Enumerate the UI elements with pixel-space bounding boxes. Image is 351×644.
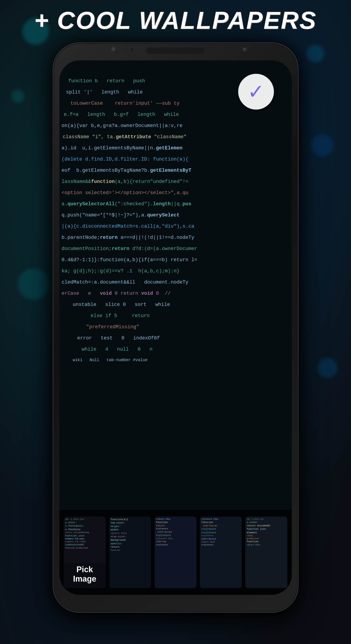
checkmark-circle: ✓ <box>238 74 274 110</box>
code-line: "preferredMissing" <box>86 324 139 330</box>
thumb-code-3: <return this function return try{return … <box>155 516 196 588</box>
camera-dot-2 <box>124 48 127 51</box>
code-line: 0.4&d?-1:1)}:function(a,b){if(a===b) ret… <box>62 257 197 263</box>
bokeh-dot <box>11 90 24 103</box>
thumbnail-4[interactable]: ry{return this function .isArray(a) try{… <box>200 516 242 588</box>
thumbnail-3[interactable]: <return this function return try{return … <box>155 516 196 588</box>
code-line: cledMatch=:a.document&&ll document.nodeT… <box>62 280 189 285</box>
pick-image-label: PickImage <box>64 562 106 588</box>
code-line: e.f=a length b.g=f length while <box>64 112 179 118</box>
code-line: else if 5 return <box>91 313 150 319</box>
bokeh-dot <box>318 358 338 378</box>
page-title: + COOL WALLPAPERS <box>0 7 351 34</box>
code-line: error test 0 indexOf0f <box>77 336 160 341</box>
code-line: toLowerCase return'input' ——sub ty <box>71 100 180 106</box>
code-line: split '|' length while <box>66 90 143 95</box>
code-line: (delete d.find.ID,d.filter.ID: function(… <box>62 156 189 162</box>
camera-dot-3 <box>131 48 133 51</box>
thumbnail-1[interactable]: var i,this.css s.color: s.fontFamily: s.… <box>64 516 106 588</box>
bokeh-dot <box>306 45 324 62</box>
thumbnails-strip: var i,this.css s.color: s.fontFamily: s.… <box>59 510 292 595</box>
phone-screen: function b return push split '|' length … <box>59 60 292 595</box>
code-line: b.parentNode;return a===d||!(!d||1!==d.n… <box>62 235 194 240</box>
bokeh-dot <box>18 268 49 300</box>
code-line: ka; g(d};h);:g(d)==v? .1 h(a,b,c);m):n} <box>62 268 180 274</box>
code-line: <option selected='></option></select>",a… <box>62 190 189 196</box>
thumb-code-4: ry{return this function .isArray(a) try{… <box>200 516 242 588</box>
thumbnail-5[interactable]: var i,this.css s.color: return encodeURI… <box>245 516 287 588</box>
code-line: documentPosition;return d?d:(d=(a.ownerD… <box>62 246 197 252</box>
code-line: lassName&&function(a,b){return"undefined… <box>62 179 189 184</box>
thumbnail-2[interactable]: function(a){ top-color: height: width: r… <box>109 516 151 588</box>
code-line: className "i", ta.getAttribute "classNam… <box>63 134 187 140</box>
code-line: on(a){var b,e,g=a?a.ownerDocument||a:v,r… <box>62 123 183 128</box>
code-line: while 4 null 0 n <box>82 346 153 352</box>
phone-frame: function b return push split '|' length … <box>53 42 299 613</box>
code-line: q.push("name=*[*^$|!~]?="),a.querySelect <box>62 212 180 218</box>
code-line: |(a){c.disconnectedMatch=s.call(a,"div")… <box>62 224 194 229</box>
code-line: erCase e void 0 return void 0 // <box>62 291 171 296</box>
code-line: function b return push <box>68 78 145 84</box>
code-line: wiki Null tab-number #value <box>73 358 148 362</box>
thumb-code-2: function(a){ top-color: height: width: r… <box>109 516 151 588</box>
code-line: unstable slice 0 sort while <box>73 302 170 308</box>
checkmark-icon: ✓ <box>248 82 264 102</box>
phone-mockup: function b return push split '|' length … <box>53 42 299 613</box>
code-line: a.querySelectorAll(":checked").length||q… <box>62 201 191 207</box>
bokeh-dot <box>311 134 333 156</box>
code-line: a).id u,i.getElementsByName||n.getElemen <box>62 145 183 151</box>
code-line: eof b.getElementsByTagName?b.getElements… <box>62 168 191 173</box>
camera-dot <box>111 46 117 53</box>
thumb-code-5: var i,this.css s.color: return encodeURI… <box>245 516 287 588</box>
phone-notch <box>147 48 205 54</box>
camera-dot-right <box>243 48 247 52</box>
